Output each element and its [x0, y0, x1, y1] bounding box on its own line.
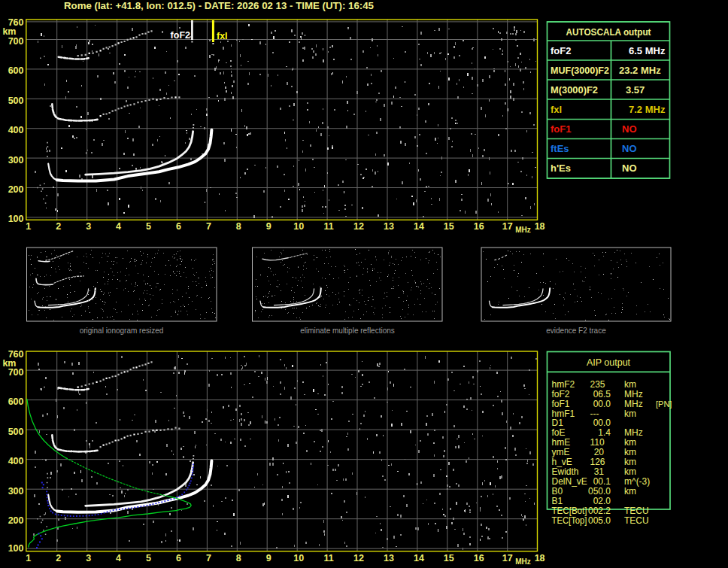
svg-text:2: 2 [56, 221, 61, 232]
svg-text:1: 1 [26, 553, 31, 563]
svg-text:300: 300 [8, 155, 24, 166]
svg-text:TECU: TECU [624, 506, 649, 516]
svg-text:23.2 MHz: 23.2 MHz [619, 65, 661, 76]
svg-text:B1: B1 [552, 496, 563, 506]
svg-text:MUF(3000)F2: MUF(3000)F2 [551, 65, 609, 76]
svg-text:8: 8 [236, 553, 241, 563]
svg-text:17: 17 [502, 221, 513, 232]
svg-text:4: 4 [116, 221, 121, 232]
svg-text:3.57: 3.57 [626, 84, 645, 96]
svg-text:3: 3 [86, 553, 91, 563]
svg-text:12: 12 [353, 221, 364, 232]
svg-text:2: 2 [56, 553, 61, 563]
svg-text:---: --- [590, 409, 599, 419]
svg-text:fxl: fxl [217, 31, 228, 41]
svg-text:fxl: fxl [551, 104, 562, 115]
svg-text:100: 100 [8, 543, 24, 554]
svg-text:M(3000)F2: M(3000)F2 [551, 84, 598, 96]
svg-text:600: 600 [8, 65, 24, 76]
svg-text:ftEs: ftEs [551, 143, 569, 154]
svg-text:20: 20 [594, 447, 605, 457]
svg-text:km: km [624, 447, 636, 457]
svg-text:km: km [624, 457, 636, 467]
svg-text:6: 6 [176, 221, 181, 232]
svg-text:km: km [624, 466, 636, 477]
svg-text:235: 235 [590, 379, 605, 390]
svg-text:6.5 MHz: 6.5 MHz [629, 45, 666, 56]
svg-text:DelN_vE: DelN_vE [552, 476, 587, 487]
svg-text:11: 11 [323, 553, 333, 563]
svg-text:foF2: foF2 [171, 30, 190, 41]
svg-text:3: 3 [86, 221, 91, 232]
svg-text:18: 18 [535, 221, 545, 232]
svg-text:10: 10 [293, 221, 304, 232]
svg-text:km: km [624, 379, 636, 390]
svg-text:005.0: 005.0 [588, 515, 611, 526]
svg-text:TEC[Bot]: TEC[Bot] [552, 506, 587, 516]
svg-text:200: 200 [8, 515, 24, 526]
svg-text:10: 10 [293, 553, 304, 563]
svg-text:Ewidth: Ewidth [552, 466, 579, 477]
svg-text:06.5: 06.5 [593, 389, 611, 399]
svg-text:5: 5 [146, 553, 151, 563]
svg-text:8: 8 [236, 221, 241, 232]
svg-text:1.4: 1.4 [598, 427, 611, 438]
svg-text:9: 9 [266, 221, 271, 232]
svg-text:m^(-3): m^(-3) [624, 476, 650, 487]
svg-text:7.2 MHz: 7.2 MHz [629, 104, 666, 115]
svg-text:15: 15 [444, 553, 454, 563]
svg-text:700: 700 [8, 367, 24, 378]
svg-text:Rome (lat: +41.8, lon: 012.5): Rome (lat: +41.8, lon: 012.5) - DATE: 20… [64, 0, 374, 11]
svg-text:MHz: MHz [515, 226, 531, 234]
svg-text:B0: B0 [552, 486, 563, 497]
svg-text:700: 700 [8, 36, 24, 47]
svg-text:MHz: MHz [624, 399, 643, 409]
svg-text:600: 600 [8, 396, 24, 407]
svg-text:original ionogram resized: original ionogram resized [80, 327, 164, 335]
svg-text:00.0: 00.0 [593, 418, 611, 428]
svg-text:TEC[Top]: TEC[Top] [552, 515, 587, 526]
svg-text:hmF2: hmF2 [552, 379, 575, 390]
svg-text:00.0: 00.0 [593, 399, 611, 409]
svg-text:eliminate multiple reflections: eliminate multiple reflections [300, 327, 395, 335]
svg-text:18: 18 [535, 553, 545, 563]
svg-text:h_vE: h_vE [552, 457, 572, 467]
svg-text:126: 126 [590, 457, 605, 467]
svg-text:NO: NO [622, 123, 637, 135]
svg-text:31: 31 [594, 466, 605, 477]
svg-text:110: 110 [590, 437, 605, 448]
svg-text:AIP output: AIP output [587, 357, 631, 368]
svg-text:14: 14 [414, 221, 424, 232]
svg-text:00.1: 00.1 [593, 476, 611, 487]
svg-text:17: 17 [502, 553, 513, 563]
svg-text:100: 100 [8, 214, 24, 224]
svg-text:foF1: foF1 [552, 399, 570, 409]
svg-text:7: 7 [206, 553, 211, 563]
svg-text:400: 400 [8, 125, 24, 135]
svg-text:ymE: ymE [552, 447, 570, 457]
svg-text:13: 13 [384, 221, 394, 232]
svg-text:h'Es: h'Es [551, 163, 571, 174]
svg-text:km: km [624, 437, 636, 448]
svg-text:MHz: MHz [624, 389, 643, 399]
svg-text:14: 14 [414, 553, 424, 563]
svg-text:km: km [624, 486, 636, 497]
svg-text:6: 6 [176, 553, 181, 563]
svg-text:16: 16 [474, 221, 484, 232]
svg-text:km: km [624, 409, 636, 419]
svg-text:km: km [2, 26, 16, 37]
svg-text:400: 400 [8, 456, 24, 466]
svg-text:AUTOSCALA output: AUTOSCALA output [566, 26, 652, 38]
svg-text:hmF1: hmF1 [552, 409, 575, 419]
svg-text:foF1: foF1 [551, 123, 571, 135]
svg-text:D1: D1 [552, 418, 564, 428]
svg-text:NO: NO [622, 143, 637, 154]
svg-text:15: 15 [444, 221, 454, 232]
svg-text:500: 500 [8, 427, 24, 437]
svg-text:13: 13 [384, 553, 394, 563]
svg-text:300: 300 [8, 486, 24, 497]
svg-text:1: 1 [26, 221, 31, 232]
svg-text:02.0: 02.0 [593, 496, 611, 506]
svg-text:7: 7 [206, 221, 211, 232]
svg-text:NO: NO [622, 163, 637, 174]
